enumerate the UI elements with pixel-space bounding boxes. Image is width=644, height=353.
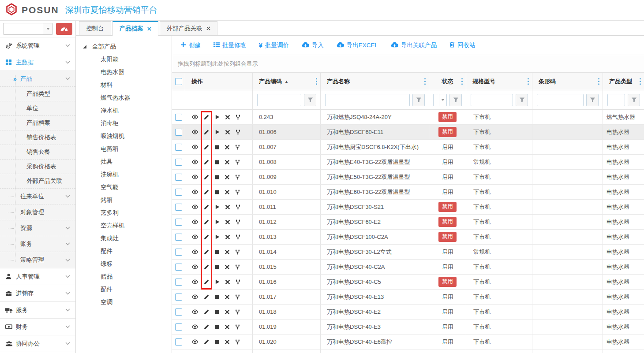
fork-icon[interactable] — [235, 219, 241, 225]
column-menu-icon[interactable] — [461, 78, 463, 85]
fork-icon[interactable] — [235, 324, 240, 330]
enable-play-icon[interactable] — [214, 204, 220, 210]
column-header-操作[interactable]: 操作 — [185, 78, 203, 85]
sidebar-item-主数据[interactable]: 主数据 — [0, 54, 75, 71]
view-icon[interactable] — [191, 174, 198, 180]
view-icon[interactable] — [191, 204, 198, 210]
combobox-arrow-icon[interactable] — [439, 94, 446, 106]
tab-控制台[interactable]: 控制台 — [79, 21, 111, 36]
view-icon[interactable] — [191, 279, 198, 285]
edit-icon[interactable] — [203, 294, 210, 300]
close-icon[interactable] — [147, 26, 151, 32]
edit-icon[interactable] — [203, 249, 210, 255]
row-checkbox[interactable] — [175, 129, 182, 136]
row-checkbox[interactable] — [175, 294, 182, 301]
delete-icon[interactable] — [225, 219, 230, 225]
disable-stop-icon[interactable] — [214, 294, 220, 300]
row-checkbox[interactable] — [175, 219, 182, 226]
view-icon[interactable] — [191, 114, 198, 120]
toolbar-button-导出关联产品[interactable]: 导出关联产品 — [391, 41, 437, 49]
table-row[interactable]: 01.011万和电热DSCF30-S21禁用下市机电热水器 — [172, 200, 644, 215]
delete-icon[interactable] — [225, 279, 230, 285]
menu-search-combobox[interactable] — [3, 23, 53, 35]
delete-icon[interactable] — [225, 264, 230, 270]
fork-icon[interactable] — [235, 249, 240, 255]
view-icon[interactable] — [191, 249, 198, 255]
column-menu-icon[interactable] — [424, 78, 426, 85]
filter-funnel-button[interactable] — [412, 94, 425, 106]
sidebar-item-产品档案[interactable]: 产品档案 — [0, 116, 75, 130]
row-checkbox[interactable] — [175, 323, 182, 331]
delete-icon[interactable] — [225, 175, 230, 180]
view-icon[interactable] — [191, 264, 198, 270]
delete-icon[interactable] — [225, 324, 230, 330]
delete-icon[interactable] — [225, 339, 230, 345]
delete-icon[interactable] — [225, 145, 230, 150]
table-row[interactable]: 01.008万和电热E40-T3G-22双盾温显型启用常规机电热水器 — [172, 155, 644, 170]
tree-node[interactable]: 净水机 — [76, 104, 172, 117]
delete-icon[interactable] — [225, 160, 230, 165]
fork-icon[interactable] — [235, 204, 241, 210]
edit-icon[interactable] — [203, 339, 210, 345]
fork-icon[interactable] — [235, 234, 241, 240]
column-menu-icon[interactable] — [528, 78, 529, 85]
tree-expander-icon[interactable] — [83, 45, 86, 48]
delete-icon[interactable] — [225, 190, 230, 195]
row-checkbox[interactable] — [175, 174, 182, 181]
toolbar-button-创建[interactable]: 创建 — [180, 41, 201, 49]
table-row[interactable]: 01.017万和电热DSCF40-E13启用下市机电热水器 — [172, 290, 644, 305]
sidebar-item-系统管理[interactable]: 系统管理 — [0, 37, 75, 54]
enable-play-icon[interactable] — [214, 279, 220, 285]
delete-icon[interactable] — [225, 234, 230, 240]
sidebar-item-销售价格表[interactable]: 销售价格表 — [0, 130, 75, 145]
fork-icon[interactable] — [235, 309, 240, 315]
filter-product-name[interactable] — [325, 94, 410, 106]
toolbar-button-导入[interactable]: 导入 — [302, 41, 324, 49]
fork-icon[interactable] — [235, 174, 240, 180]
sidebar-item-往来单位[interactable]: 往来单位 — [0, 189, 75, 204]
fork-icon[interactable] — [235, 264, 240, 270]
sidebar-item-销售套餐[interactable]: 销售套餐 — [0, 145, 75, 160]
sidebar-item-账务[interactable]: 账务 — [0, 236, 75, 252]
filter-funnel-button[interactable] — [304, 94, 316, 106]
group-drop-zone[interactable]: 拖拽列标题到此处按列组合显示 — [172, 55, 644, 73]
close-icon[interactable] — [206, 25, 210, 32]
edit-icon[interactable] — [203, 144, 210, 150]
row-checkbox[interactable] — [175, 234, 182, 241]
delete-icon[interactable] — [225, 130, 230, 135]
fork-icon[interactable] — [235, 189, 240, 195]
row-checkbox[interactable] — [175, 204, 182, 211]
column-header-规格型号[interactable]: 规格型号 — [466, 78, 495, 85]
sidebar-item-产品[interactable]: »产品 — [0, 71, 75, 87]
toolbar-button-批量调价[interactable]: ¥批量调价 — [259, 41, 289, 49]
disable-stop-icon[interactable] — [214, 309, 220, 315]
disable-stop-icon[interactable] — [214, 145, 220, 150]
enable-play-icon[interactable] — [214, 129, 220, 135]
sidebar-item-财务[interactable]: 财务 — [0, 319, 75, 335]
combobox-arrow-icon[interactable] — [43, 23, 52, 34]
toolbar-button-批量修改[interactable]: 批量修改 — [213, 41, 246, 49]
view-icon[interactable] — [191, 294, 198, 300]
filter-funnel-button[interactable] — [516, 94, 528, 106]
edit-icon[interactable] — [203, 159, 210, 165]
tree-node[interactable]: 太阳能 — [76, 53, 172, 66]
view-icon[interactable] — [191, 189, 198, 195]
tree-node[interactable]: 洗碗机 — [76, 168, 172, 181]
delete-icon[interactable] — [225, 294, 230, 300]
tree-node[interactable]: 空气能 — [76, 181, 172, 193]
edit-icon[interactable] — [203, 174, 210, 180]
edit-icon[interactable] — [203, 114, 210, 120]
filter-status-combobox[interactable] — [433, 94, 447, 106]
sidebar-item-产品类型[interactable]: 产品类型 — [0, 87, 75, 101]
view-icon[interactable] — [191, 159, 198, 165]
table-row[interactable]: 01.018万和电热DSCF40-E2启用下市机电热水器 — [172, 305, 644, 320]
sidebar-item-策略管理[interactable]: 策略管理 — [0, 252, 75, 268]
tree-node[interactable]: 绿标 — [76, 257, 172, 270]
delete-icon[interactable] — [225, 115, 230, 120]
tree-node[interactable]: 消毒柜 — [76, 117, 172, 130]
fork-icon[interactable] — [235, 279, 241, 285]
dashboard-button[interactable] — [56, 23, 72, 35]
fork-icon[interactable] — [235, 339, 240, 345]
enable-play-icon[interactable] — [214, 234, 220, 240]
view-icon[interactable] — [191, 338, 198, 345]
